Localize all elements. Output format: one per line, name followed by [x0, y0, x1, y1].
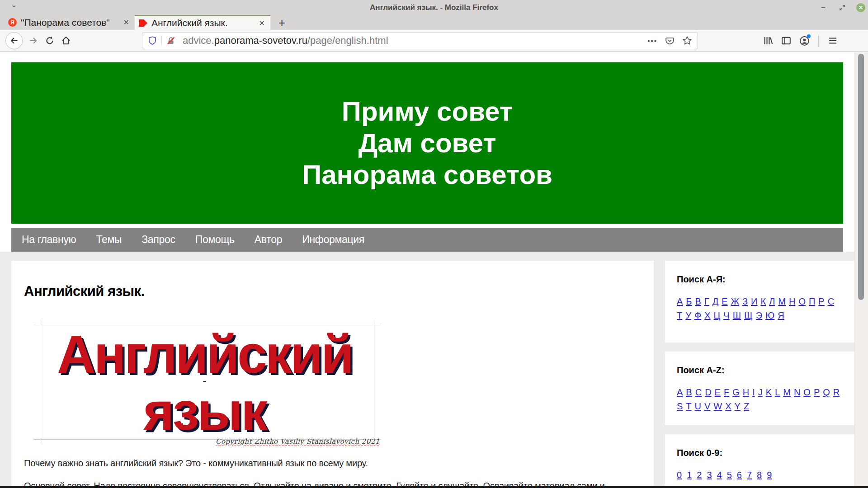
digit-link[interactable]: 7: [747, 470, 752, 480]
insecure-lock-icon[interactable]: [166, 36, 175, 45]
menu-link[interactable]: Запрос: [142, 234, 175, 246]
close-button[interactable]: ✕: [856, 3, 865, 12]
account-button[interactable]: [797, 34, 811, 47]
alphabet-link[interactable]: О: [798, 296, 806, 307]
sidebars-button[interactable]: [779, 34, 793, 47]
alphabet-link[interactable]: Ж: [731, 296, 739, 307]
alphabet-link[interactable]: Л: [769, 296, 775, 307]
menu-link[interactable]: Автор: [255, 234, 282, 246]
page-actions-icon[interactable]: •••: [647, 37, 657, 45]
tracking-protection-shield-icon[interactable]: [148, 36, 157, 45]
alphabet-link[interactable]: Г: [704, 296, 709, 307]
alphabet-link[interactable]: Э: [756, 310, 762, 321]
digit-link[interactable]: 5: [727, 470, 732, 480]
digit-link[interactable]: 8: [757, 470, 762, 480]
url-text[interactable]: advice.panorama-sovetov.ru/page/english.…: [183, 35, 643, 47]
minimize-button[interactable]: –: [818, 3, 828, 13]
alphabet-link[interactable]: Н: [789, 296, 795, 307]
alphabet-link[interactable]: C: [695, 387, 702, 398]
alphabet-link[interactable]: М: [778, 296, 786, 307]
alphabet-link[interactable]: Z: [744, 401, 749, 412]
menu-link[interactable]: Информация: [302, 234, 364, 246]
alphabet-link[interactable]: Р: [818, 296, 824, 307]
url-bar[interactable]: advice.panorama-sovetov.ru/page/english.…: [142, 32, 698, 49]
alphabet-link[interactable]: W: [713, 401, 722, 412]
hamburger-icon: [828, 36, 838, 46]
tab-close-icon[interactable]: ✕: [258, 19, 266, 28]
forward-arrow-icon: [28, 36, 38, 46]
digit-link[interactable]: 2: [697, 470, 702, 480]
alphabet-link[interactable]: З: [742, 296, 748, 307]
alphabet-link[interactable]: Д: [712, 296, 719, 307]
back-button[interactable]: [5, 32, 23, 49]
menu-link[interactable]: Помощь: [195, 234, 235, 246]
alphabet-link[interactable]: V: [704, 401, 710, 412]
menu-button[interactable]: [826, 34, 840, 47]
alphabet-link[interactable]: H: [743, 387, 749, 398]
home-icon: [61, 36, 71, 46]
tab-panorama-sovetov[interactable]: Я "Панорама советов" ✕: [4, 15, 135, 30]
new-tab-button[interactable]: +: [278, 17, 285, 28]
digit-link[interactable]: 9: [767, 470, 772, 480]
alphabet-link[interactable]: I: [752, 387, 755, 398]
home-button[interactable]: [58, 33, 74, 49]
alphabet-link[interactable]: S: [677, 401, 683, 412]
alphabet-link[interactable]: У: [685, 310, 691, 321]
reload-button[interactable]: [42, 33, 58, 49]
window-menu-chevron-icon[interactable]: ⌄: [11, 0, 17, 9]
bookmark-star-icon[interactable]: [682, 36, 692, 46]
digit-link[interactable]: 1: [687, 470, 692, 480]
alphabet-link[interactable]: Ш: [733, 310, 741, 321]
alphabet-link[interactable]: A: [677, 387, 683, 398]
tab-close-icon[interactable]: ✕: [123, 18, 130, 27]
alphabet-link[interactable]: Е: [722, 296, 727, 307]
alphabet-link[interactable]: Ч: [723, 310, 729, 321]
alphabet-link[interactable]: Щ: [744, 310, 753, 321]
alphabet-link[interactable]: С: [828, 296, 834, 307]
digit-link[interactable]: 0: [677, 470, 682, 480]
scrollbar-thumb[interactable]: [858, 54, 864, 300]
alphabet-link[interactable]: Q: [823, 387, 830, 398]
alphabet-link[interactable]: К: [760, 296, 766, 307]
alphabet-link[interactable]: Ц: [714, 310, 721, 321]
library-button[interactable]: [761, 34, 775, 47]
alphabet-link[interactable]: J: [758, 387, 763, 398]
pocket-icon[interactable]: [665, 36, 675, 46]
forward-button[interactable]: [25, 33, 42, 49]
alphabet-link[interactable]: O: [803, 387, 811, 398]
menu-link[interactable]: На главную: [22, 234, 76, 246]
maximize-button[interactable]: [837, 3, 847, 13]
alphabet-link[interactable]: K: [766, 387, 772, 398]
alphabet-link[interactable]: P: [814, 387, 820, 398]
alphabet-link[interactable]: G: [732, 387, 740, 398]
alphabet-link[interactable]: Т: [677, 310, 682, 321]
digit-link[interactable]: 3: [707, 470, 712, 480]
alphabet-link[interactable]: Ф: [694, 310, 701, 321]
alphabet-link[interactable]: B: [686, 387, 692, 398]
alphabet-link[interactable]: Ю: [765, 310, 774, 321]
digit-link[interactable]: 6: [737, 470, 742, 480]
alphabet-link[interactable]: Y: [735, 401, 741, 412]
alphabet-link[interactable]: Я: [778, 310, 784, 321]
alphabet-link[interactable]: R: [833, 387, 840, 398]
alphabet-link[interactable]: M: [783, 387, 791, 398]
alphabet-link[interactable]: В: [695, 296, 701, 307]
window-controls: – ✕: [818, 0, 865, 15]
alphabet-link[interactable]: L: [775, 387, 780, 398]
alphabet-link[interactable]: Х: [704, 310, 710, 321]
vertical-scrollbar[interactable]: [854, 52, 868, 486]
alphabet-link[interactable]: X: [725, 401, 731, 412]
alphabet-link[interactable]: U: [695, 401, 701, 412]
digit-link[interactable]: 4: [717, 470, 722, 480]
alphabet-link[interactable]: Б: [686, 296, 692, 307]
alphabet-link[interactable]: T: [686, 401, 691, 412]
alphabet-link[interactable]: А: [677, 296, 683, 307]
alphabet-link[interactable]: F: [724, 387, 729, 398]
alphabet-link[interactable]: D: [705, 387, 711, 398]
alphabet-link[interactable]: E: [715, 387, 721, 398]
alphabet-link[interactable]: П: [809, 296, 815, 307]
menu-link[interactable]: Темы: [96, 234, 122, 246]
tab-english-active[interactable]: Английский язык. ✕: [135, 15, 270, 30]
alphabet-link[interactable]: N: [794, 387, 800, 398]
alphabet-link[interactable]: И: [751, 296, 757, 307]
